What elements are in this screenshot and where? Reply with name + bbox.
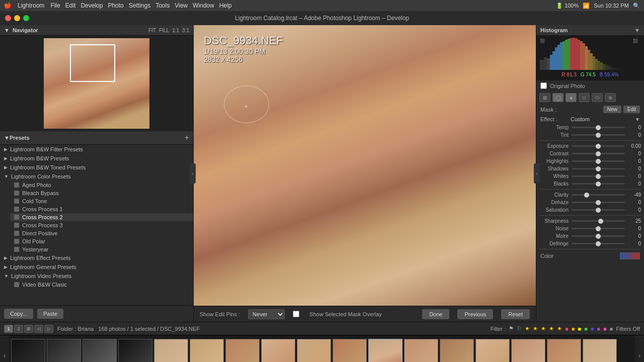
film-thumb-3[interactable]	[83, 339, 117, 363]
filter-color2[interactable]: ■	[572, 326, 575, 332]
filters-off[interactable]: Filters Off	[616, 326, 640, 332]
whites-thumb[interactable]	[596, 174, 601, 179]
temp-track[interactable]	[572, 127, 625, 128]
original-photo-checkbox[interactable]	[540, 82, 547, 89]
preset-aged-photo[interactable]: Aged Photo	[10, 181, 193, 189]
view-nav-back[interactable]: ◁	[34, 325, 43, 333]
preset-bleach-bypass[interactable]: Bleach Bypass	[10, 189, 193, 197]
close-button[interactable]	[5, 15, 11, 21]
exposure-thumb[interactable]	[596, 144, 601, 149]
preset-cross-process-2[interactable]: Cross Process 2	[10, 213, 193, 221]
filter-color7[interactable]: ■	[603, 326, 607, 332]
menu-help[interactable]: Help	[219, 2, 232, 9]
mask-overlay-checkbox[interactable]	[293, 311, 299, 317]
edit-pins-select[interactable]: Never Always Selected	[248, 309, 285, 319]
menu-photo[interactable]: Photo	[108, 2, 123, 9]
film-thumb-17[interactable]	[583, 339, 617, 363]
preset-cross-process-3[interactable]: Cross Process 3	[10, 221, 193, 229]
film-thumb-11[interactable]	[368, 339, 403, 363]
nav-fill[interactable]: FILL	[159, 28, 169, 33]
filter-color8[interactable]: ■	[610, 326, 613, 332]
preset-group-bw-header[interactable]: ▶ Lightroom B&W Presets	[0, 154, 193, 163]
film-thumb-5[interactable]	[154, 339, 188, 363]
copy-button[interactable]: Copy...	[4, 309, 33, 319]
navigator-header[interactable]: ▼ Navigator FIT FILL 1:1 3:1	[0, 25, 193, 36]
defringe-track[interactable]	[572, 243, 625, 244]
menu-tools[interactable]: Tools	[155, 2, 170, 9]
right-panel-toggle[interactable]: ›	[534, 163, 540, 184]
blacks-thumb[interactable]	[596, 182, 601, 187]
mask-new-button[interactable]: New	[603, 106, 621, 113]
mask-tool-oval[interactable]: ⬭	[592, 93, 603, 102]
done-button[interactable]: Done	[422, 309, 449, 319]
dehaze-thumb[interactable]	[596, 200, 601, 205]
preset-group-color-header[interactable]: ▼ Lightroom Color Presets	[0, 172, 193, 181]
menu-settings[interactable]: Settings	[129, 2, 150, 9]
mask-tool-square[interactable]: □	[579, 93, 590, 102]
film-thumb-9[interactable]	[297, 339, 331, 363]
image-area[interactable]: DSC_9934.NEF 1/19/13 2:00:30 PM 2832 x 4…	[194, 25, 536, 306]
previous-button[interactable]: Previous	[457, 309, 493, 319]
tint-thumb[interactable]	[596, 133, 601, 138]
temp-thumb[interactable]	[596, 125, 601, 130]
mask-tool-dot[interactable]: ●	[566, 93, 577, 102]
color-swatch[interactable]	[620, 252, 640, 259]
filter-star4[interactable]: ★	[549, 325, 554, 332]
preset-video-bw[interactable]: Video B&W Clasic	[10, 281, 193, 289]
filter-flag-icon[interactable]: ⚑	[509, 325, 514, 332]
defringe-thumb[interactable]	[596, 241, 601, 246]
view-grid[interactable]: 2	[14, 325, 23, 333]
preset-direct-positive[interactable]: Direct Positive	[10, 229, 193, 237]
tint-track[interactable]	[572, 134, 625, 136]
film-thumb-8[interactable]	[261, 339, 295, 363]
filter-color1[interactable]: ■	[565, 326, 569, 332]
minimize-button[interactable]	[14, 15, 20, 21]
preset-group-bw-toned-header[interactable]: ▶ Lightroom B&W Toned Presets	[0, 163, 193, 172]
effect-dropdown[interactable]: ▼	[635, 117, 640, 122]
mask-tool-circle[interactable]: ◯	[552, 93, 564, 102]
sharpness-thumb[interactable]	[598, 219, 603, 224]
shadows-thumb[interactable]	[596, 166, 601, 171]
highlights-track[interactable]	[572, 160, 625, 162]
menu-edit[interactable]: Edit	[65, 2, 76, 9]
shadows-track[interactable]	[572, 168, 625, 169]
preset-cross-process-1[interactable]: Cross Process 1	[10, 205, 193, 213]
filter-color6[interactable]: ■	[597, 326, 601, 332]
saturation-thumb[interactable]	[596, 208, 601, 213]
view-single[interactable]: 1	[4, 325, 13, 333]
noise-track[interactable]	[572, 228, 625, 229]
apple-icon[interactable]: 🍎	[4, 2, 12, 9]
mask-tool-paint[interactable]: ≋	[605, 93, 616, 102]
nav-3-1[interactable]: 3:1	[182, 28, 189, 33]
preset-yesteryear[interactable]: Yesteryear	[10, 245, 193, 253]
film-thumb-16[interactable]	[547, 339, 581, 363]
moire-thumb[interactable]	[596, 234, 601, 239]
paste-button[interactable]: Paste	[37, 309, 63, 319]
moire-track[interactable]	[572, 235, 625, 237]
mask-edit-button[interactable]: Edit	[623, 106, 640, 113]
view-nav-fwd[interactable]: ▷	[44, 325, 53, 333]
presets-header[interactable]: ▼ Presets +	[0, 131, 193, 145]
whites-track[interactable]	[572, 175, 625, 177]
clarity-track[interactable]	[572, 194, 625, 196]
filter-star5[interactable]: ★	[557, 325, 562, 332]
filter-color4[interactable]: ■	[584, 326, 588, 332]
film-thumb-10[interactable]	[333, 339, 367, 363]
film-thumb-13[interactable]	[440, 339, 474, 363]
filmstrip-left-nav[interactable]: ‹	[0, 335, 9, 363]
dehaze-track[interactable]	[572, 202, 625, 203]
filter-color3[interactable]: ■	[578, 326, 582, 332]
filter-color5[interactable]: ■	[591, 326, 594, 332]
film-thumb-15[interactable]	[511, 339, 545, 363]
highlights-thumb[interactable]	[596, 159, 601, 164]
preset-group-video-header[interactable]: ▼ Lightroom Video Presets	[0, 272, 193, 281]
histogram-menu[interactable]: ▼	[634, 27, 640, 33]
film-thumb-12[interactable]	[404, 339, 438, 363]
reset-button[interactable]: Reset	[501, 309, 530, 319]
menu-view[interactable]: View	[175, 2, 188, 9]
saturation-track[interactable]	[572, 209, 625, 211]
menu-window[interactable]: Window	[193, 2, 214, 9]
clarity-thumb[interactable]	[584, 193, 589, 198]
filter-star1[interactable]: ★	[525, 325, 530, 332]
noise-thumb[interactable]	[596, 226, 601, 231]
